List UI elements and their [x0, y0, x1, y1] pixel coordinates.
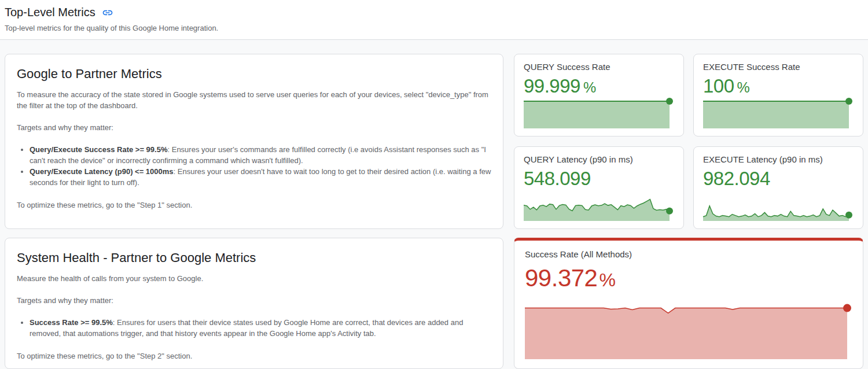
sparkline-chart	[703, 99, 854, 128]
targets-heading: Targets and why they matter:	[17, 122, 491, 133]
metric-value: 99.372 %	[525, 264, 852, 293]
metric-number: 982.094	[703, 168, 770, 190]
sparkline-chart	[525, 306, 852, 359]
target-label: Success Rate >= 99.5%	[30, 318, 113, 327]
page-header: Top-Level Metrics Top-level metrics for …	[0, 0, 868, 33]
card-footer: To optimize these metrics, go to the "St…	[17, 200, 491, 211]
sparkline-chart	[703, 192, 854, 221]
page-title: Top-Level Metrics	[5, 5, 95, 20]
targets-list: Query/Execute Success Rate >= 99.5%: Ens…	[17, 144, 491, 188]
anchor-link-icon[interactable]	[102, 7, 113, 19]
metric-card-execute-latency: EXECUTE Latency (p90 in ms) 982.094	[693, 146, 863, 229]
sparkline-chart	[524, 99, 674, 128]
card-footer: To optimize these metrics, go to the "St…	[17, 350, 491, 361]
card-intro: Measure the health of calls from your sy…	[17, 273, 491, 284]
metric-title: QUERY Latency (p90 in ms)	[524, 154, 674, 165]
metric-unit: %	[583, 79, 596, 96]
metric-title: EXECUTE Latency (p90 in ms)	[703, 154, 854, 165]
card-google-to-partner-metrics: Google to Partner Metrics To measure the…	[5, 54, 503, 229]
target-label: Query/Execute Latency (p90) <= 1000ms	[30, 167, 174, 176]
sparkline-chart	[524, 192, 674, 221]
card-intro: To measure the accuracy of the state sto…	[17, 89, 491, 111]
targets-heading: Targets and why they matter:	[17, 295, 491, 306]
metric-value: 982.094	[703, 168, 854, 190]
metric-card-success-rate-all-methods: Success Rate (All Methods) 99.372 %	[514, 238, 863, 369]
metrics-grid: Google to Partner Metrics To measure the…	[5, 54, 863, 369]
metric-title: EXECUTE Success Rate	[703, 61, 854, 73]
metric-card-query-latency: QUERY Latency (p90 in ms) 548.099	[514, 146, 684, 229]
card-title: System Health - Partner to Google Metric…	[17, 250, 491, 266]
card-system-health-metrics: System Health - Partner to Google Metric…	[5, 238, 503, 369]
target-item: Query/Execute Success Rate >= 99.5%: Ens…	[30, 144, 491, 166]
target-item: Success Rate >= 99.5%: Ensures for users…	[30, 317, 491, 339]
metric-number: 548.099	[524, 168, 591, 190]
dashboard-content: Google to Partner Metrics To measure the…	[0, 40, 868, 369]
metric-value: 100 %	[703, 75, 854, 97]
metric-unit: %	[737, 79, 750, 96]
metric-card-query-success-rate: QUERY Success Rate 99.999 %	[514, 54, 684, 136]
metric-value: 99.999 %	[524, 75, 674, 97]
target-label: Query/Execute Success Rate >= 99.5%	[30, 145, 167, 154]
metric-title: QUERY Success Rate	[524, 61, 674, 73]
metric-number: 99.999	[524, 75, 580, 97]
metric-value: 548.099	[524, 168, 674, 190]
metric-card-execute-success-rate: EXECUTE Success Rate 100 %	[693, 54, 863, 136]
metric-unit: %	[599, 270, 615, 291]
metric-number: 100	[703, 75, 734, 97]
metric-number: 99.372	[525, 264, 597, 293]
target-item: Query/Execute Latency (p90) <= 1000ms: E…	[30, 166, 491, 188]
targets-list: Success Rate >= 99.5%: Ensures for users…	[17, 317, 491, 339]
metric-cards-group: QUERY Success Rate 99.999 % EXECUTE Succ…	[514, 54, 863, 229]
metric-title: Success Rate (All Methods)	[525, 249, 852, 260]
page-subtitle: Top-level metrics for the quality of thi…	[5, 24, 863, 33]
card-title: Google to Partner Metrics	[17, 66, 491, 82]
